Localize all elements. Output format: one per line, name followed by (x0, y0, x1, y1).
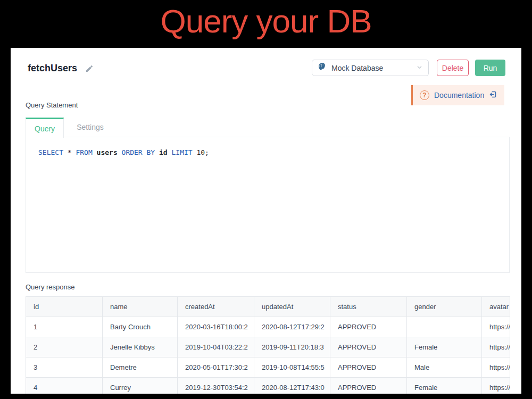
cell-updated: 2019-09-11T20:18:3 (254, 337, 330, 358)
sql-token: id (159, 148, 171, 156)
cell-id: 4 (26, 378, 103, 394)
query-statement-label: Query Statement (26, 101, 78, 109)
cell-updated: 2020-08-12T17:29:2 (254, 317, 330, 337)
cell-id: 3 (26, 358, 103, 378)
cell-status: APPROVED (330, 317, 407, 337)
cell-created: 2020-03-16T18:00:2 (178, 317, 254, 337)
postgresql-icon (318, 62, 327, 73)
documentation-link[interactable]: Documentation (434, 91, 484, 99)
query-response-table: id name createdAt updatedAt status gende… (26, 296, 510, 394)
sql-editor-area[interactable]: SELECT * FROM users ORDER BY id LIMIT 10… (26, 137, 510, 273)
resource-selector-value: Mock Database (331, 64, 411, 72)
cell-updated: 2020-08-12T17:43:0 (254, 378, 330, 394)
cell-gender (407, 317, 482, 337)
editor-tabs: Query Settings (26, 118, 510, 137)
cell-name: Barty Crouch (103, 317, 178, 337)
sql-token: users (97, 148, 122, 156)
cell-gender: Female (407, 378, 482, 394)
cell-name: Demetre (103, 358, 178, 378)
sql-statement: SELECT * FROM users ORDER BY id LIMIT 10… (26, 137, 509, 168)
sql-token: 10; (196, 148, 209, 156)
cell-created: 2019-10-04T03:22:2 (178, 337, 254, 358)
sql-token: ORDER BY (122, 148, 159, 156)
query-editor: Query Settings SELECT * FROM users ORDER… (26, 118, 510, 273)
page-title: Query your DB (0, 3, 532, 39)
cell-updated: 2019-10-08T14:55:5 (254, 358, 330, 378)
query-response-label: Query response (26, 283, 75, 291)
column-header-status: status (330, 297, 407, 317)
table-header-row: id name createdAt updatedAt status gende… (26, 297, 510, 317)
cell-id: 2 (26, 337, 103, 358)
column-header-avatar: avatar (482, 297, 510, 317)
column-header-gender: gender (407, 297, 482, 317)
delete-button[interactable]: Delete (437, 60, 469, 76)
table-row: 4 Currey 2019-12-30T03:54:2 2020-08-12T1… (26, 378, 510, 394)
query-editor-panel: fetchUsers Mock Database Delete Run ? Do… (11, 48, 521, 394)
cell-avatar: https:// (482, 317, 510, 337)
sql-token: * (68, 148, 76, 156)
documentation-banner[interactable]: ? Documentation (411, 85, 504, 105)
cell-status: APPROVED (330, 378, 407, 394)
cell-status: APPROVED (330, 337, 407, 358)
help-circle-icon: ? (420, 90, 429, 100)
sql-token: LIMIT (172, 148, 197, 156)
table-row: 2 Jenelle Kibbys 2019-10-04T03:22:2 2019… (26, 337, 510, 358)
table-row: 1 Barty Crouch 2020-03-16T18:00:2 2020-0… (26, 317, 510, 337)
cell-avatar: https:// (482, 358, 510, 378)
column-header-id: id (26, 297, 103, 317)
column-header-name: name (103, 297, 178, 317)
run-button[interactable]: Run (475, 60, 505, 76)
column-header-createdAt: createdAt (178, 297, 254, 317)
chevron-down-icon (416, 63, 423, 73)
query-name: fetchUsers (28, 63, 77, 74)
cell-name: Currey (103, 378, 178, 394)
cell-gender: Female (407, 337, 482, 358)
cell-avatar: https:// (482, 337, 510, 358)
table-row: 3 Demetre 2020-05-01T17:30:2 2019-10-08T… (26, 358, 510, 378)
tab-settings[interactable]: Settings (64, 118, 117, 137)
open-docs-icon (489, 90, 497, 101)
cell-name: Jenelle Kibbys (103, 337, 178, 358)
column-header-updatedAt: updatedAt (254, 297, 330, 317)
cell-id: 1 (26, 317, 103, 337)
cell-status: APPROVED (330, 358, 407, 378)
cell-created: 2020-05-01T17:30:2 (178, 358, 254, 378)
cell-created: 2019-12-30T03:54:2 (178, 378, 254, 394)
sql-token: FROM (76, 148, 96, 156)
edit-pencil-icon[interactable] (85, 64, 94, 73)
cell-gender: Male (407, 358, 482, 378)
cell-avatar: https:// (482, 378, 510, 394)
sql-token: SELECT (38, 148, 68, 156)
resource-selector[interactable]: Mock Database (312, 60, 429, 76)
tab-query[interactable]: Query (26, 118, 64, 138)
